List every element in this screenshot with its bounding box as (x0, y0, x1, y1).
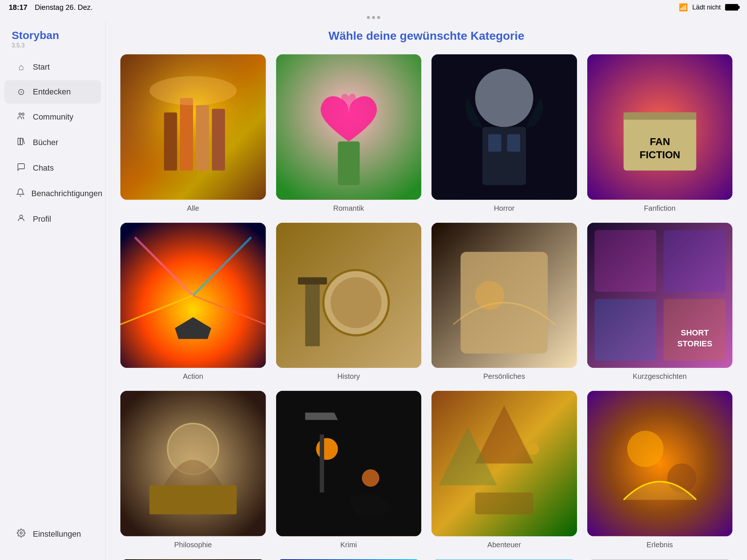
community-icon (16, 112, 26, 122)
nav-label-chats: Chats (33, 163, 54, 173)
svg-rect-10 (212, 109, 225, 170)
category-label-history: History (337, 372, 360, 381)
svg-rect-45 (150, 485, 237, 514)
sidebar-item-einstellungen[interactable]: Einstellungen (4, 522, 101, 546)
category-item-krimi[interactable]: Krimi (276, 391, 422, 549)
category-label-horror: Horror (494, 204, 515, 213)
search-icon: ⊙ (16, 87, 26, 97)
dot-2 (372, 16, 375, 19)
category-item-kurzgeschichten[interactable]: SHORT STORIES Kurzgeschichten (587, 223, 733, 381)
nav-label-einstellungen: Einstellungen (33, 529, 81, 539)
svg-rect-32 (305, 281, 320, 346)
nav-label-buecher: Bücher (33, 138, 58, 147)
svg-point-31 (330, 277, 381, 328)
sidebar-item-start[interactable]: ⌂ Start (4, 55, 101, 79)
app-name: Storyban (12, 29, 94, 42)
svg-rect-17 (488, 134, 501, 152)
svg-point-49 (362, 469, 379, 487)
status-bar: 18:17 Dienstag 26. Dez. 📶 Lädt nicht (0, 0, 747, 15)
category-item-personliches[interactable]: Persönliches (431, 223, 577, 381)
loading-status: Lädt nicht (692, 4, 721, 11)
app-title-section: Storyban 3.5.3 (0, 29, 105, 55)
category-item-erlebnis[interactable]: Erlebnis (587, 391, 733, 549)
svg-rect-56 (587, 391, 733, 536)
category-item-philosophie[interactable]: Philosophie (120, 391, 266, 549)
svg-point-36 (475, 281, 504, 310)
svg-rect-8 (180, 98, 193, 171)
status-right: 📶 Lädt nicht (679, 3, 738, 12)
svg-rect-50 (320, 435, 324, 493)
svg-rect-9 (196, 105, 209, 170)
battery-icon (725, 4, 738, 11)
home-icon: ⌂ (16, 62, 26, 72)
category-label-personliches: Persönliches (483, 372, 525, 381)
category-grid: Alle Romantik Horror FAN FICTION (120, 54, 732, 560)
sidebar-bottom: Einstellungen (0, 517, 105, 551)
category-label-erlebnis: Erlebnis (647, 541, 673, 549)
category-label-kurzgeschichten: Kurzgeschichten (633, 372, 687, 381)
sidebar-item-community[interactable]: Community (4, 105, 101, 129)
sidebar-item-buecher[interactable]: Bücher (4, 131, 101, 155)
nav-label-community: Community (33, 112, 73, 122)
sidebar-item-chats[interactable]: Chats (4, 156, 101, 180)
svg-point-48 (316, 438, 338, 460)
category-label-romantik: Romantik (333, 204, 364, 213)
svg-point-0 (19, 113, 21, 115)
category-label-krimi: Krimi (340, 541, 357, 549)
svg-rect-18 (507, 134, 520, 152)
svg-rect-13 (338, 141, 360, 185)
status-time: 18:17 (9, 3, 27, 12)
svg-rect-7 (164, 112, 177, 170)
nav-label-entdecken: Entdecken (33, 87, 71, 97)
svg-rect-38 (594, 230, 656, 291)
app-container: Storyban 3.5.3 ⌂ Start ⊙ Entdecken Commu… (0, 20, 747, 560)
category-item-fanfiction[interactable]: FAN FICTION Fanfiction (587, 54, 733, 213)
profil-icon (16, 214, 26, 225)
category-label-action: Action (183, 372, 203, 381)
svg-rect-55 (475, 493, 533, 514)
category-item-horror[interactable]: Horror (431, 54, 577, 213)
nav-spacer (0, 232, 105, 517)
svg-rect-40 (594, 299, 656, 361)
settings-icon (16, 529, 26, 540)
category-label-philosophie: Philosophie (174, 541, 212, 549)
wifi-icon: 📶 (679, 3, 688, 12)
category-item-romantik[interactable]: Romantik (276, 54, 422, 213)
svg-point-4 (20, 215, 23, 218)
nav-label-start: Start (33, 62, 50, 72)
status-date: Dienstag 26. Dez. (35, 3, 93, 12)
category-item-history[interactable]: History (276, 223, 422, 381)
svg-point-57 (627, 431, 663, 467)
dots-menu[interactable] (0, 15, 747, 20)
category-label-abenteuer: Abenteuer (487, 541, 521, 549)
category-label-fanfiction: Fanfiction (644, 204, 676, 213)
svg-point-15 (475, 69, 533, 127)
chats-icon (16, 163, 26, 174)
main-content: Wähle deine gewünschte Kategorie Alle Ro… (106, 20, 747, 560)
bell-icon (16, 188, 25, 199)
nav-label-profil: Profil (33, 214, 51, 224)
nav-label-benachrichtigungen: Benachrichtigungen (31, 189, 102, 198)
svg-point-1 (22, 113, 24, 115)
sidebar-item-profil[interactable]: Profil (4, 207, 101, 231)
svg-rect-33 (298, 277, 327, 284)
svg-rect-3 (20, 138, 23, 145)
svg-rect-47 (276, 391, 422, 536)
category-item-alle[interactable]: Alle (120, 54, 266, 213)
svg-text:STORIES: STORIES (677, 339, 712, 348)
sidebar-item-entdecken[interactable]: ⊙ Entdecken (4, 80, 101, 104)
sidebar: Storyban 3.5.3 ⌂ Start ⊙ Entdecken Commu… (0, 20, 106, 560)
svg-rect-21 (623, 112, 696, 120)
svg-text:FAN: FAN (650, 136, 670, 147)
dot-1 (367, 16, 370, 19)
svg-point-54 (527, 443, 539, 455)
category-item-action[interactable]: Action (120, 223, 266, 381)
books-icon (16, 137, 26, 148)
category-item-abenteuer[interactable]: Abenteuer (431, 391, 577, 549)
sidebar-item-benachrichtigungen[interactable]: Benachrichtigungen (4, 182, 101, 206)
svg-text:SHORT: SHORT (681, 328, 709, 337)
svg-text:FICTION: FICTION (639, 149, 680, 160)
page-title: Wähle deine gewünschte Kategorie (120, 29, 732, 43)
category-label-alle: Alle (187, 204, 199, 213)
svg-point-11 (150, 76, 237, 105)
